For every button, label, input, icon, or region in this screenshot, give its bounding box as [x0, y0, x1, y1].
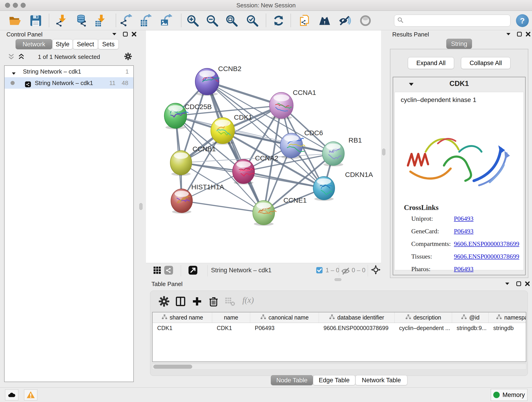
crosshair-icon[interactable] — [371, 265, 380, 274]
export-table-button[interactable] — [139, 14, 152, 27]
column-header-name[interactable]: name — [212, 313, 250, 323]
network-tree-row[interactable]: String Network – cdk1 11 48 — [5, 77, 133, 89]
column-header-description[interactable]: description — [394, 313, 452, 323]
node-CDKN1A[interactable]: CDKN1A — [313, 171, 373, 201]
refresh-button[interactable] — [272, 14, 285, 27]
panel-close-icon[interactable] — [523, 280, 532, 288]
panel-float-icon[interactable] — [121, 31, 130, 38]
column-header-canonical-name[interactable]: canonical name — [250, 313, 319, 323]
panel-close-icon[interactable] — [524, 31, 532, 38]
crosslink-link[interactable]: 9606.ENSP00000378699 — [454, 253, 519, 260]
panel-menu-icon[interactable] — [503, 280, 512, 288]
network-tree: String Network – cdk1 1 String Network –… — [4, 65, 134, 382]
panel-menu-icon[interactable] — [504, 31, 513, 38]
export-image-button[interactable] — [159, 14, 173, 27]
plus-icon[interactable] — [191, 296, 203, 307]
save-button[interactable] — [29, 14, 43, 27]
show-graphics-button[interactable] — [359, 14, 372, 27]
memory-status-dot — [493, 392, 500, 398]
gear-icon[interactable] — [124, 52, 132, 61]
panel-float-icon[interactable] — [514, 280, 523, 288]
zoom-out-button[interactable] — [205, 14, 219, 27]
crosslink-label: Compartments: — [411, 240, 451, 247]
tab-network-table[interactable]: Network Table — [355, 375, 407, 385]
columns-icon[interactable] — [175, 296, 186, 307]
import-database-button[interactable] — [75, 14, 89, 27]
crosslink-link[interactable]: P06493 — [454, 215, 474, 222]
crosslink-link[interactable]: 9606.ENSP00000378699 — [454, 240, 519, 248]
application-window: Session: New Session ? Control Panel — [0, 0, 532, 402]
cloud-icon[interactable] — [5, 389, 18, 400]
collapse-all-button[interactable]: Collapse All — [461, 57, 510, 69]
network-name-label: String Network – cdk1 — [35, 77, 93, 89]
zoom-in-button[interactable] — [186, 14, 200, 27]
gear-icon[interactable] — [158, 296, 170, 307]
tab-edge-table[interactable]: Edge Table — [313, 375, 355, 385]
crosslink-row: Uniprot: P06493 — [411, 215, 433, 222]
right-splitter-handle[interactable] — [382, 148, 385, 155]
search-input[interactable] — [406, 17, 507, 25]
node-HIST1H1A[interactable]: HIST1H1A — [171, 183, 224, 214]
node-CCNB1[interactable]: CCNB1 — [170, 145, 216, 176]
binoculars-button[interactable] — [318, 14, 331, 27]
node-CCNA1[interactable]: CCNA1 — [269, 89, 316, 119]
column-header--id[interactable]: @id — [452, 313, 489, 323]
folder-open-icon — [9, 24, 22, 28]
copy-document-button[interactable] — [298, 14, 312, 27]
column-header-namespace[interactable]: namespace — [489, 313, 526, 323]
table-row[interactable]: CDK1CDK1P064939606.ENSP00000378699cyclin… — [152, 323, 526, 333]
table-delete-icon[interactable] — [225, 296, 235, 307]
export-network-button[interactable] — [119, 14, 133, 27]
scrollbar-handle[interactable] — [153, 365, 192, 369]
folder-open-button[interactable] — [8, 14, 22, 27]
expand-all-button[interactable]: Expand All — [408, 57, 454, 69]
table-cell: P06493 — [250, 323, 319, 333]
import-table-button[interactable] — [94, 14, 108, 27]
trash-icon[interactable] — [208, 296, 219, 307]
table-horizontal-scrollbar[interactable] — [152, 364, 526, 370]
node-table[interactable]: shared namename canonical name database … — [152, 312, 526, 362]
table-cell: 9606.ENSP00000378699 — [319, 323, 394, 333]
node-CCNE1[interactable]: CCNE1 — [253, 196, 307, 226]
tab-style[interactable]: Style — [52, 39, 73, 49]
birdseye-grid-icon[interactable] — [152, 265, 162, 275]
hidden-eye-icon[interactable] — [341, 266, 351, 276]
panel-float-icon[interactable] — [515, 31, 524, 38]
hide-details-button[interactable] — [338, 14, 351, 27]
panel-close-icon[interactable] — [130, 31, 138, 38]
memory-button[interactable]: Memory — [491, 389, 527, 401]
tab-sets[interactable]: Sets — [98, 39, 119, 49]
share-view-icon[interactable] — [164, 265, 173, 275]
column-header-shared-name[interactable]: shared name — [152, 313, 212, 323]
help-button[interactable]: ? — [516, 14, 529, 27]
left-splitter-handle[interactable] — [139, 203, 143, 210]
node-label-CCNB2: CCNB2 — [218, 65, 241, 72]
fork-icon — [260, 314, 266, 321]
edge-HIST1H1A-CCNE1[interactable] — [182, 201, 264, 213]
zoom-fit-button[interactable] — [225, 14, 239, 27]
tab-select[interactable]: Select — [73, 39, 98, 49]
tab-string[interactable]: String — [446, 39, 472, 49]
crosslink-label: Tissues: — [411, 253, 432, 260]
detach-view-icon[interactable] — [188, 265, 198, 275]
network-selection-status: 1 of 1 Network selected — [4, 53, 134, 61]
search-box[interactable] — [394, 15, 510, 27]
crosslink-link[interactable]: P06493 — [454, 265, 474, 273]
selected-checkbox-icon[interactable] — [316, 267, 323, 274]
network-tree-row[interactable]: String Network – cdk1 1 — [5, 66, 133, 77]
export-table-icon — [139, 24, 152, 28]
tab-node-table[interactable]: Node Table — [271, 375, 313, 385]
function-builder-icon[interactable]: f(x) — [241, 295, 255, 305]
import-network-button[interactable] — [55, 14, 69, 27]
edge-CCNA2-CDKN1A[interactable] — [244, 172, 324, 188]
network-view[interactable]: CCNB2CCNA1CDC25BCDK1CDC6RB1CCNB1CCNA2CDK… — [146, 31, 381, 263]
column-header-database-identifier[interactable]: database identifier — [319, 313, 394, 323]
node-RB1[interactable]: RB1 — [322, 136, 362, 166]
tab-network[interactable]: Network — [16, 39, 52, 49]
warning-icon[interactable] — [24, 389, 37, 400]
edge-count: 48 — [122, 77, 128, 89]
control-panel: Control Panel 1 of 1 Network selected St… — [2, 31, 136, 383]
panel-menu-icon[interactable] — [110, 31, 119, 38]
crosslink-link[interactable]: P06493 — [454, 228, 474, 235]
zoom-selected-button[interactable] — [245, 14, 259, 27]
